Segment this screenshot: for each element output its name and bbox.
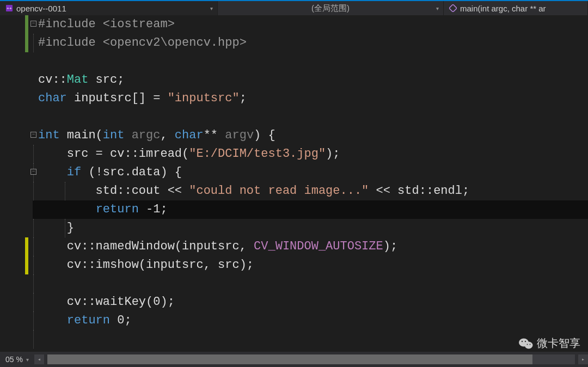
zoom-dropdown[interactable]: 05 % ▾ [0,355,34,364]
scroll-left-button[interactable]: ◂ [34,354,44,364]
code-line[interactable]: cv::namedWindow(inputsrc, CV_WINDOW_AUTO… [33,237,588,256]
code-line-current[interactable]: return -1; [33,200,588,219]
horizontal-scrollbar[interactable] [47,354,575,364]
code-line[interactable] [33,274,588,293]
scope-dropdown[interactable]: (全局范围) ▾ [218,1,444,15]
cpp-file-icon: ++ [5,4,13,12]
code-line[interactable]: cv::Mat src; [33,71,588,89]
function-icon [449,4,457,12]
code-area[interactable]: #include <iostream> #include <opencv2\op… [33,15,588,352]
function-dropdown[interactable]: main(int argc, char ** ar [444,1,588,15]
code-line[interactable] [33,330,588,348]
chevron-down-icon: ▾ [436,5,439,11]
code-line[interactable]: src = cv::imread("E:/DCIM/test3.jpg"); [33,145,588,163]
scope-label: (全局范围) [311,3,350,14]
function-name: main(int argc, char ** ar [460,4,546,13]
wechat-icon [518,337,534,350]
code-line[interactable]: int main(int argc, char** argv) { [33,126,588,145]
code-line[interactable]: #include <iostream> [33,15,588,34]
code-line[interactable]: cv::imshow(inputsrc, src); [33,256,588,274]
svg-point-5 [522,340,523,341]
svg-text:++: ++ [7,6,12,11]
code-line[interactable]: cv::waitKey(0); [33,293,588,311]
project-name: opencv--0011 [16,4,66,13]
code-line[interactable]: #include <opencv2\opencv.hpp> [33,34,588,52]
statusbar: 05 % ▾ ◂ ▸ [0,352,588,367]
collapse-toggle[interactable]: − [30,169,36,175]
scroll-right-button[interactable]: ▸ [578,354,588,364]
chevron-down-icon: ▾ [210,5,213,11]
code-line[interactable]: std::cout << "could not read image..." <… [33,182,588,200]
editor-gutter: − − − [0,15,33,352]
code-line[interactable] [33,52,588,71]
collapse-toggle[interactable]: − [30,21,36,27]
svg-rect-2 [449,4,457,12]
code-line[interactable]: } [33,219,588,237]
code-line[interactable] [33,108,588,126]
code-editor[interactable]: − − − #include <iostream> #include <open… [0,15,588,352]
collapse-toggle[interactable]: − [30,132,36,138]
svg-point-7 [527,344,528,345]
scrollbar-thumb[interactable] [47,354,533,364]
breadcrumb-bar: ++ opencv--0011 ▾ (全局范围) ▾ main(int argc… [0,0,588,15]
zoom-value: 05 % [5,355,23,364]
watermark-text: 微卡智享 [537,336,580,351]
code-line[interactable]: return 0; [33,311,588,330]
svg-point-8 [530,344,531,345]
svg-point-6 [525,340,526,341]
chevron-down-icon: ▾ [26,357,29,363]
code-line[interactable]: if (!src.data) { [33,163,588,182]
svg-point-4 [525,341,533,348]
watermark: 微卡智享 [518,336,580,351]
code-line[interactable]: char inputsrc[] = "inputsrc"; [33,89,588,108]
project-dropdown[interactable]: ++ opencv--0011 ▾ [0,1,218,15]
